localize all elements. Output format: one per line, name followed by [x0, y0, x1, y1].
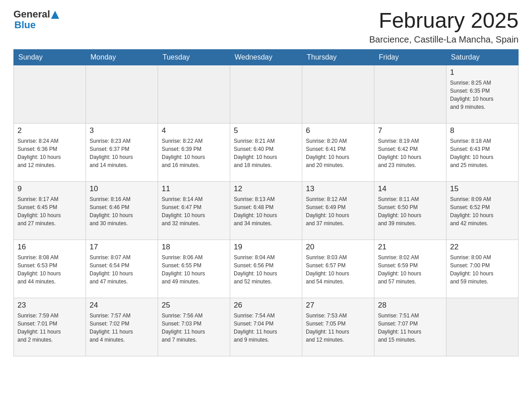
- calendar-cell: 21Sunrise: 8:02 AM Sunset: 6:59 PM Dayli…: [374, 240, 446, 298]
- day-info: Sunrise: 7:57 AM Sunset: 7:02 PM Dayligh…: [90, 312, 154, 344]
- day-info: Sunrise: 8:20 AM Sunset: 6:41 PM Dayligh…: [306, 137, 370, 169]
- calendar-cell: 11Sunrise: 8:14 AM Sunset: 6:47 PM Dayli…: [158, 181, 230, 240]
- day-number: 17: [90, 243, 154, 252]
- day-info: Sunrise: 8:11 AM Sunset: 6:50 PM Dayligh…: [378, 195, 442, 227]
- day-info: Sunrise: 8:18 AM Sunset: 6:43 PM Dayligh…: [450, 137, 515, 169]
- calendar-week-row: 1Sunrise: 8:25 AM Sunset: 6:35 PM Daylig…: [14, 65, 519, 123]
- calendar-cell: 5Sunrise: 8:21 AM Sunset: 6:40 PM Daylig…: [230, 123, 302, 181]
- day-number: 12: [234, 184, 298, 193]
- day-number: 18: [162, 243, 226, 252]
- day-info: Sunrise: 8:22 AM Sunset: 6:39 PM Dayligh…: [162, 137, 226, 169]
- column-header-monday: Monday: [86, 49, 158, 65]
- day-info: Sunrise: 8:25 AM Sunset: 6:35 PM Dayligh…: [450, 79, 515, 111]
- day-info: Sunrise: 8:02 AM Sunset: 6:59 PM Dayligh…: [378, 253, 442, 286]
- day-info: Sunrise: 8:03 AM Sunset: 6:57 PM Dayligh…: [306, 253, 370, 286]
- day-number: 23: [17, 301, 82, 310]
- day-info: Sunrise: 8:07 AM Sunset: 6:54 PM Dayligh…: [90, 253, 154, 286]
- day-number: 28: [378, 301, 442, 310]
- column-header-friday: Friday: [374, 49, 446, 65]
- column-header-wednesday: Wednesday: [230, 49, 302, 65]
- day-info: Sunrise: 7:53 AM Sunset: 7:05 PM Dayligh…: [306, 312, 370, 344]
- day-info: Sunrise: 8:04 AM Sunset: 6:56 PM Dayligh…: [234, 253, 298, 286]
- calendar-cell: [14, 65, 86, 123]
- calendar-cell: 10Sunrise: 8:16 AM Sunset: 6:46 PM Dayli…: [86, 181, 158, 240]
- calendar-cell: 13Sunrise: 8:12 AM Sunset: 6:49 PM Dayli…: [302, 181, 374, 240]
- calendar-week-row: 16Sunrise: 8:08 AM Sunset: 6:53 PM Dayli…: [14, 240, 519, 298]
- day-number: 7: [378, 126, 442, 135]
- day-number: 11: [162, 184, 226, 193]
- day-info: Sunrise: 8:08 AM Sunset: 6:53 PM Dayligh…: [17, 253, 82, 286]
- day-number: 24: [90, 301, 154, 310]
- day-number: 1: [450, 68, 515, 77]
- logo-triangle-icon: [51, 9, 59, 19]
- calendar-cell: 22Sunrise: 8:00 AM Sunset: 7:00 PM Dayli…: [446, 240, 519, 298]
- day-info: Sunrise: 8:24 AM Sunset: 6:36 PM Dayligh…: [17, 137, 82, 169]
- page-header: General Blue February 2025 Barcience, Ca…: [13, 9, 519, 45]
- logo-text-general: General: [13, 9, 50, 20]
- logo-text-blue: Blue: [14, 20, 36, 30]
- day-number: 25: [162, 301, 226, 310]
- calendar-cell: [446, 298, 519, 356]
- calendar-cell: 12Sunrise: 8:13 AM Sunset: 6:48 PM Dayli…: [230, 181, 302, 240]
- day-number: 2: [17, 126, 82, 135]
- title-section: February 2025 Barcience, Castille-La Man…: [369, 9, 519, 45]
- day-info: Sunrise: 8:00 AM Sunset: 7:00 PM Dayligh…: [450, 253, 515, 286]
- calendar-cell: 17Sunrise: 8:07 AM Sunset: 6:54 PM Dayli…: [86, 240, 158, 298]
- calendar-week-row: 2Sunrise: 8:24 AM Sunset: 6:36 PM Daylig…: [14, 123, 519, 181]
- day-info: Sunrise: 8:06 AM Sunset: 6:55 PM Dayligh…: [162, 253, 226, 286]
- day-info: Sunrise: 8:14 AM Sunset: 6:47 PM Dayligh…: [162, 195, 226, 227]
- day-number: 22: [450, 243, 515, 252]
- calendar-cell: [302, 65, 374, 123]
- day-info: Sunrise: 7:51 AM Sunset: 7:07 PM Dayligh…: [378, 312, 442, 344]
- calendar-cell: 20Sunrise: 8:03 AM Sunset: 6:57 PM Dayli…: [302, 240, 374, 298]
- calendar-cell: 1Sunrise: 8:25 AM Sunset: 6:35 PM Daylig…: [446, 65, 519, 123]
- calendar-cell: 23Sunrise: 7:59 AM Sunset: 7:01 PM Dayli…: [14, 298, 86, 356]
- day-number: 15: [450, 184, 515, 193]
- calendar-week-row: 9Sunrise: 8:17 AM Sunset: 6:45 PM Daylig…: [14, 181, 519, 240]
- day-number: 21: [378, 243, 442, 252]
- day-info: Sunrise: 7:59 AM Sunset: 7:01 PM Dayligh…: [17, 312, 82, 344]
- calendar-cell: 24Sunrise: 7:57 AM Sunset: 7:02 PM Dayli…: [86, 298, 158, 356]
- calendar-cell: 4Sunrise: 8:22 AM Sunset: 6:39 PM Daylig…: [158, 123, 230, 181]
- day-number: 16: [17, 243, 82, 252]
- day-number: 9: [17, 184, 82, 193]
- day-info: Sunrise: 8:23 AM Sunset: 6:37 PM Dayligh…: [90, 137, 154, 169]
- day-info: Sunrise: 8:13 AM Sunset: 6:48 PM Dayligh…: [234, 195, 298, 227]
- calendar-cell: 15Sunrise: 8:09 AM Sunset: 6:52 PM Dayli…: [446, 181, 519, 240]
- day-number: 6: [306, 126, 370, 135]
- svg-marker-0: [51, 11, 59, 19]
- calendar-cell: 26Sunrise: 7:54 AM Sunset: 7:04 PM Dayli…: [230, 298, 302, 356]
- calendar-header-row: SundayMondayTuesdayWednesdayThursdayFrid…: [14, 49, 519, 65]
- calendar-cell: 9Sunrise: 8:17 AM Sunset: 6:45 PM Daylig…: [14, 181, 86, 240]
- day-number: 13: [306, 184, 370, 193]
- calendar-table: SundayMondayTuesdayWednesdayThursdayFrid…: [13, 49, 519, 356]
- day-info: Sunrise: 8:19 AM Sunset: 6:42 PM Dayligh…: [378, 137, 442, 169]
- calendar-cell: [158, 65, 230, 123]
- calendar-cell: 16Sunrise: 8:08 AM Sunset: 6:53 PM Dayli…: [14, 240, 86, 298]
- calendar-cell: 3Sunrise: 8:23 AM Sunset: 6:37 PM Daylig…: [86, 123, 158, 181]
- calendar-cell: 7Sunrise: 8:19 AM Sunset: 6:42 PM Daylig…: [374, 123, 446, 181]
- day-info: Sunrise: 8:16 AM Sunset: 6:46 PM Dayligh…: [90, 195, 154, 227]
- day-number: 3: [90, 126, 154, 135]
- column-header-sunday: Sunday: [14, 49, 86, 65]
- calendar-cell: 19Sunrise: 8:04 AM Sunset: 6:56 PM Dayli…: [230, 240, 302, 298]
- column-header-saturday: Saturday: [446, 49, 519, 65]
- day-info: Sunrise: 7:54 AM Sunset: 7:04 PM Dayligh…: [234, 312, 298, 344]
- calendar-cell: 6Sunrise: 8:20 AM Sunset: 6:41 PM Daylig…: [302, 123, 374, 181]
- day-info: Sunrise: 8:09 AM Sunset: 6:52 PM Dayligh…: [450, 195, 515, 227]
- calendar-cell: 28Sunrise: 7:51 AM Sunset: 7:07 PM Dayli…: [374, 298, 446, 356]
- day-info: Sunrise: 8:21 AM Sunset: 6:40 PM Dayligh…: [234, 137, 298, 169]
- calendar-cell: 27Sunrise: 7:53 AM Sunset: 7:05 PM Dayli…: [302, 298, 374, 356]
- calendar-cell: [230, 65, 302, 123]
- calendar-cell: 8Sunrise: 8:18 AM Sunset: 6:43 PM Daylig…: [446, 123, 519, 181]
- day-number: 19: [234, 243, 298, 252]
- month-title: February 2025: [369, 9, 519, 33]
- calendar-cell: [86, 65, 158, 123]
- day-info: Sunrise: 8:12 AM Sunset: 6:49 PM Dayligh…: [306, 195, 370, 227]
- calendar-cell: 2Sunrise: 8:24 AM Sunset: 6:36 PM Daylig…: [14, 123, 86, 181]
- day-number: 27: [306, 301, 370, 310]
- calendar-cell: 18Sunrise: 8:06 AM Sunset: 6:55 PM Dayli…: [158, 240, 230, 298]
- column-header-tuesday: Tuesday: [158, 49, 230, 65]
- day-number: 8: [450, 126, 515, 135]
- column-header-thursday: Thursday: [302, 49, 374, 65]
